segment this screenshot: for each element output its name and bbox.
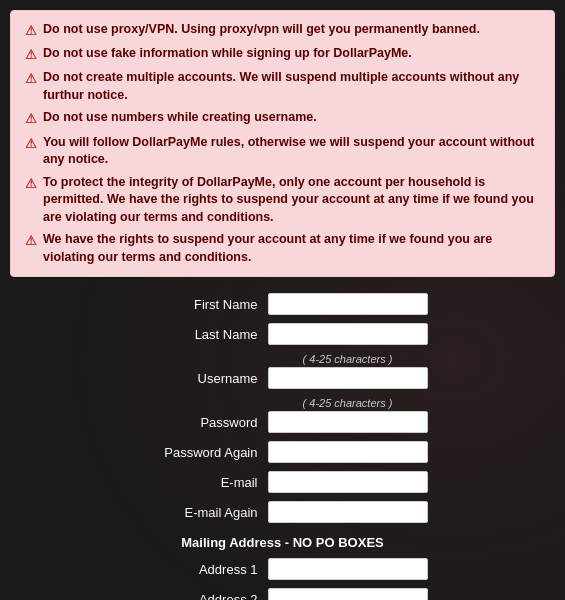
username-input[interactable]: [268, 367, 428, 389]
warning-text-3: Do not create multiple accounts. We will…: [43, 69, 540, 104]
warning-icon-2: ⚠: [25, 46, 37, 64]
warning-item-4: ⚠ Do not use numbers while creating user…: [25, 109, 540, 128]
password-again-input[interactable]: [268, 441, 428, 463]
address1-row: Address 1: [20, 558, 545, 580]
email-again-row: E-mail Again: [20, 501, 545, 523]
email-row: E-mail: [20, 471, 545, 493]
warning-item-5: ⚠ You will follow DollarPayMe rules, oth…: [25, 134, 540, 169]
first-name-input[interactable]: [268, 293, 428, 315]
address1-label: Address 1: [138, 562, 268, 577]
password-hint: ( 4-25 characters ): [303, 397, 393, 409]
last-name-input[interactable]: [268, 323, 428, 345]
warning-text-7: We have the rights to suspend your accou…: [43, 231, 540, 266]
password-label: Password: [138, 415, 268, 430]
address2-label: Address 2: [138, 592, 268, 600]
warning-item-3: ⚠ Do not create multiple accounts. We wi…: [25, 69, 540, 104]
warning-text-2: Do not use fake information while signin…: [43, 45, 412, 63]
email-input[interactable]: [268, 471, 428, 493]
warning-box: ⚠ Do not use proxy/VPN. Using proxy/vpn …: [10, 10, 555, 277]
page-wrapper: ⚠ Do not use proxy/VPN. Using proxy/vpn …: [0, 0, 565, 600]
password-again-row: Password Again: [20, 441, 545, 463]
warning-icon-4: ⚠: [25, 110, 37, 128]
warning-text-6: To protect the integrity of DollarPayMe,…: [43, 174, 540, 227]
first-name-row: First Name: [20, 293, 545, 315]
warning-icon-6: ⚠: [25, 175, 37, 193]
username-hint: ( 4-25 characters ): [303, 353, 393, 365]
warning-item-2: ⚠ Do not use fake information while sign…: [25, 45, 540, 64]
warning-text-4: Do not use numbers while creating userna…: [43, 109, 317, 127]
email-label: E-mail: [138, 475, 268, 490]
first-name-label: First Name: [138, 297, 268, 312]
email-again-label: E-mail Again: [138, 505, 268, 520]
last-name-row: Last Name: [20, 323, 545, 345]
address2-input[interactable]: [268, 588, 428, 600]
password-row: Password: [20, 411, 545, 433]
warning-item-6: ⚠ To protect the integrity of DollarPayM…: [25, 174, 540, 227]
username-row: Username: [20, 367, 545, 389]
warning-text-5: You will follow DollarPayMe rules, other…: [43, 134, 540, 169]
warning-icon-3: ⚠: [25, 70, 37, 88]
warning-icon-7: ⚠: [25, 232, 37, 250]
warning-icon-5: ⚠: [25, 135, 37, 153]
address2-row: Address 2: [20, 588, 545, 600]
username-label: Username: [138, 371, 268, 386]
email-again-input[interactable]: [268, 501, 428, 523]
password-hint-row: ( 4-25 characters ): [20, 397, 545, 409]
warning-icon-1: ⚠: [25, 22, 37, 40]
username-hint-row: ( 4-25 characters ): [20, 353, 545, 365]
password-again-label: Password Again: [138, 445, 268, 460]
last-name-label: Last Name: [138, 327, 268, 342]
address1-input[interactable]: [268, 558, 428, 580]
password-input[interactable]: [268, 411, 428, 433]
mailing-address-title: Mailing Address - NO PO BOXES: [20, 535, 545, 550]
warning-text-1: Do not use proxy/VPN. Using proxy/vpn wi…: [43, 21, 480, 39]
registration-form: First Name Last Name ( 4-25 characters )…: [10, 293, 555, 600]
warning-item-7: ⚠ We have the rights to suspend your acc…: [25, 231, 540, 266]
warning-item-1: ⚠ Do not use proxy/VPN. Using proxy/vpn …: [25, 21, 540, 40]
